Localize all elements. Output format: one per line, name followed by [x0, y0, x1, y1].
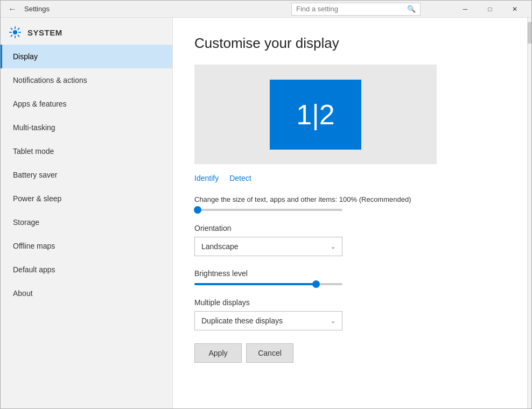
orientation-dropdown[interactable]: Landscape ⌄	[194, 237, 342, 256]
search-icon: 🔍	[407, 5, 416, 13]
cancel-button[interactable]: Cancel	[246, 343, 293, 363]
search-bar[interactable]: 🔍	[291, 3, 421, 16]
multiple-displays-label: Multiple displays	[194, 298, 506, 307]
sidebar-header: SYSTEM	[1, 18, 172, 45]
brightness-slider-fill	[194, 283, 316, 285]
action-buttons: Apply Cancel	[194, 343, 506, 363]
system-icon	[9, 26, 21, 38]
sidebar-item-battery[interactable]: Battery saver	[1, 163, 172, 187]
scale-slider[interactable]	[194, 209, 342, 211]
back-button[interactable]: ←	[5, 2, 20, 17]
sidebar-item-apps[interactable]: Apps & features	[1, 92, 172, 116]
sidebar: SYSTEM Display Notifications & actions A…	[1, 18, 173, 409]
sidebar-item-display[interactable]: Display	[1, 45, 172, 68]
detect-button[interactable]: Detect	[229, 174, 251, 182]
content-area: Customise your display 1|2 Identify Dete…	[173, 18, 527, 409]
search-input[interactable]	[296, 5, 407, 13]
brightness-slider-thumb[interactable]	[312, 280, 320, 288]
display-links: Identify Detect	[194, 174, 506, 182]
window-title: Settings	[24, 5, 291, 13]
sidebar-system-title: SYSTEM	[27, 28, 62, 37]
scrollbar-thumb[interactable]	[528, 22, 532, 44]
sidebar-item-notifications[interactable]: Notifications & actions	[1, 68, 172, 92]
page-title: Customise your display	[194, 35, 506, 52]
title-bar: ← Settings 🔍 ─ □ ✕	[1, 1, 531, 18]
monitor-label: 1|2	[296, 98, 334, 131]
scrollbar-right[interactable]	[527, 18, 531, 409]
sidebar-item-multitasking[interactable]: Multi-tasking	[1, 116, 172, 139]
window-controls: ─ □ ✕	[453, 1, 527, 18]
identify-button[interactable]: Identify	[194, 174, 219, 182]
multiple-displays-container: Multiple displays Duplicate these displa…	[194, 298, 506, 330]
scale-slider-thumb[interactable]	[194, 206, 201, 214]
display-monitor: 1|2	[270, 80, 361, 150]
sidebar-item-storage[interactable]: Storage	[1, 210, 172, 234]
scale-label: Change the size of text, apps and other …	[194, 195, 506, 203]
orientation-container: Orientation Landscape ⌄	[194, 224, 506, 256]
sidebar-item-about[interactable]: About	[1, 281, 172, 305]
sidebar-item-defaultapps[interactable]: Default apps	[1, 258, 172, 281]
multiple-displays-dropdown-arrow: ⌄	[331, 318, 335, 325]
app-container: SYSTEM Display Notifications & actions A…	[1, 18, 531, 409]
display-preview: 1|2	[194, 65, 437, 164]
orientation-label: Orientation	[194, 224, 506, 232]
sidebar-item-offline[interactable]: Offline maps	[1, 234, 172, 258]
svg-point-0	[13, 30, 17, 34]
sidebar-item-power[interactable]: Power & sleep	[1, 187, 172, 210]
brightness-slider[interactable]	[194, 283, 342, 285]
brightness-label: Brightness level	[194, 269, 506, 278]
apply-button[interactable]: Apply	[194, 343, 242, 363]
minimize-button[interactable]: ─	[453, 1, 478, 18]
multiple-displays-value: Duplicate these displays	[201, 316, 283, 325]
close-button[interactable]: ✕	[502, 1, 527, 18]
multiple-displays-dropdown[interactable]: Duplicate these displays ⌄	[194, 311, 342, 330]
orientation-value: Landscape	[201, 242, 239, 251]
orientation-dropdown-arrow: ⌄	[331, 243, 335, 250]
maximize-button[interactable]: □	[478, 1, 502, 18]
sidebar-item-tablet[interactable]: Tablet mode	[1, 139, 172, 163]
